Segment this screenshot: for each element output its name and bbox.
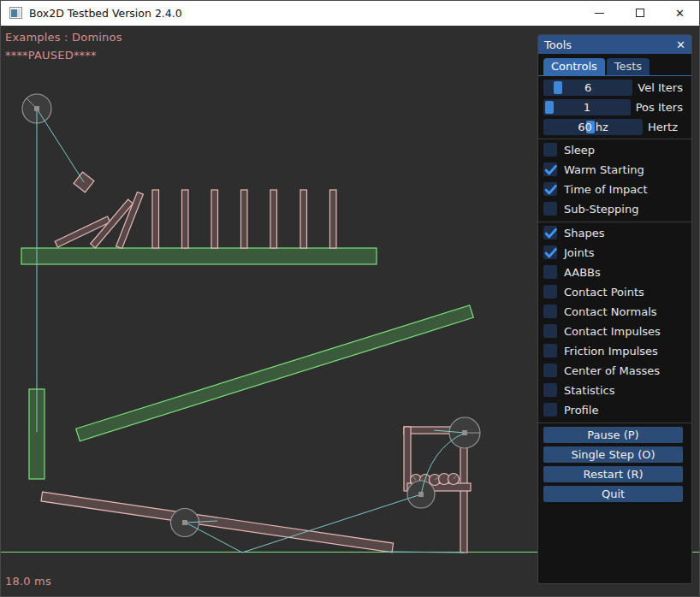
seesaw-plank [41, 492, 394, 553]
single-step-button[interactable]: Single Step (O) [543, 446, 683, 463]
checkbox-row-time-of-impact: Time of Impact [543, 182, 683, 196]
separator [538, 222, 691, 222]
checkbox-row-sleep: Sleep [543, 143, 683, 157]
check-icon [543, 181, 559, 198]
paused-label: ****PAUSED**** [5, 49, 97, 62]
window-title: Box2D Testbed Version 2.4.0 [29, 7, 182, 20]
dominos [55, 190, 336, 249]
check-icon [543, 245, 559, 261]
anchor-markers [34, 106, 467, 525]
pivot-circles [22, 94, 480, 537]
maximize-button[interactable] [620, 0, 660, 26]
tools-title: Tools [544, 38, 572, 51]
quit-button[interactable]: Quit [543, 486, 683, 502]
checkbox-row-aabbs: AABBs [543, 265, 683, 279]
os-titlebar[interactable]: Box2D Testbed Version 2.4.0 ✕ [0, 0, 700, 26]
slider-pos-iters: 1 Pos Iters [543, 99, 683, 115]
checkbox-sleep[interactable] [543, 143, 557, 157]
checkbox-contact-points[interactable] [543, 285, 557, 298]
checkbox-row-joints: Joints [543, 245, 683, 259]
frame-time-label: 18.0 ms [5, 575, 51, 588]
maximize-icon [636, 9, 644, 17]
checkbox-row-center-of-masses: Center of Masses [543, 364, 683, 377]
checkbox-time-of-impact[interactable] [543, 182, 557, 196]
checkbox-friction-impulses[interactable] [543, 344, 557, 358]
app-icon [9, 7, 22, 19]
slider-hertz: 60 hz Hertz [543, 119, 683, 135]
vel-iters-label: Vel Iters [638, 81, 683, 94]
check-icon [543, 162, 559, 178]
tools-tabbar: Controls Tests [538, 54, 691, 76]
separator [538, 139, 691, 139]
checkbox-row-contact-normals: Contact Normals [543, 304, 683, 318]
pause-button[interactable]: Pause (P) [543, 427, 683, 443]
tools-close-icon[interactable]: ✕ [676, 39, 685, 50]
checkbox-row-contact-points: Contact Points [543, 285, 683, 298]
minimize-icon [595, 13, 604, 14]
hertz-label: Hertz [648, 121, 678, 133]
checkbox-center-of-masses[interactable] [543, 364, 557, 377]
checkbox-row-contact-impulses: Contact Impulses [543, 324, 683, 338]
checkbox-row-friction-impulses: Friction Impulses [543, 344, 683, 358]
tab-controls[interactable]: Controls [543, 58, 605, 75]
slider-vel-iters: 6 Vel Iters [543, 80, 683, 96]
check-icon [543, 225, 559, 241]
checkbox-sub-stepping[interactable] [543, 202, 557, 216]
checkbox-joints[interactable] [543, 245, 557, 259]
minimize-button[interactable] [579, 0, 620, 26]
pos-iters-slider[interactable]: 1 [543, 99, 631, 115]
close-icon: ✕ [675, 8, 685, 19]
restart-button[interactable]: Restart (R) [543, 466, 683, 482]
checkbox-contact-impulses[interactable] [543, 324, 557, 338]
tab-tests[interactable]: Tests [607, 58, 650, 75]
checkbox-warm-starting[interactable] [543, 163, 557, 176]
example-label: Examples : Dominos [5, 31, 122, 44]
separator [538, 423, 691, 423]
green-ramp [76, 305, 474, 441]
tools-panel: Tools ✕ Controls Tests 6 Vel Iters 1 Pos… [537, 34, 692, 584]
checkbox-contact-normals[interactable] [543, 304, 557, 318]
pos-iters-label: Pos Iters [636, 101, 683, 114]
window-controls: ✕ [579, 0, 700, 26]
domino-platform [21, 248, 377, 264]
checkbox-profile[interactable] [543, 403, 557, 417]
checkbox-statistics[interactable] [543, 383, 557, 397]
tools-content: 6 Vel Iters 1 Pos Iters 60 hz Hertz Slee… [538, 76, 691, 502]
checkbox-row-warm-starting: Warm Starting [543, 163, 683, 176]
checkbox-row-profile: Profile [543, 403, 683, 417]
hertz-slider[interactable]: 60 hz [543, 119, 643, 135]
checkbox-shapes[interactable] [543, 226, 557, 239]
checkbox-row-statistics: Statistics [543, 383, 683, 397]
close-button[interactable]: ✕ [660, 0, 700, 26]
checkbox-row-sub-stepping: Sub-Stepping [543, 202, 683, 216]
checkbox-row-shapes: Shapes [543, 226, 683, 239]
vel-iters-slider[interactable]: 6 [543, 80, 632, 96]
checkbox-aabbs[interactable] [543, 265, 557, 279]
tools-titlebar[interactable]: Tools ✕ [538, 35, 691, 54]
